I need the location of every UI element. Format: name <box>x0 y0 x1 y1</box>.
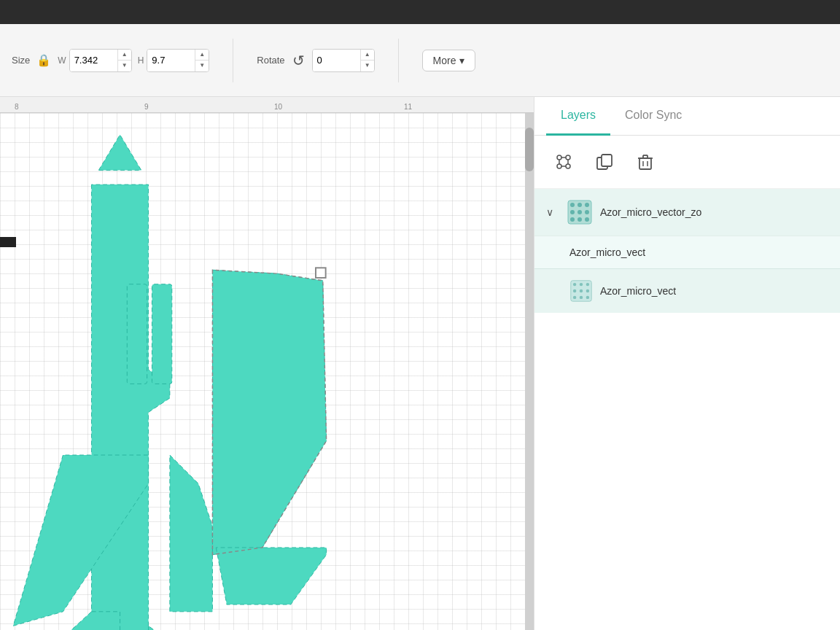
rotate-spinner: ▲ ▼ <box>360 50 374 71</box>
width-up-btn[interactable]: ▲ <box>118 50 131 61</box>
layer-chevron-icon: ∨ <box>546 206 559 218</box>
delete-icon <box>635 152 656 172</box>
group-icon <box>553 152 574 172</box>
right-panel: Layers Color Sync <box>534 97 840 630</box>
scrollbar-thumb[interactable] <box>525 128 534 171</box>
ruler-mark-10: 10 <box>274 103 404 111</box>
ruler-marks: 8 9 10 11 <box>0 103 534 111</box>
svg-point-27 <box>578 217 582 222</box>
svg-point-28 <box>585 217 589 222</box>
ruler-mark-11: 11 <box>404 103 534 111</box>
duplicate-btn[interactable] <box>590 147 619 176</box>
size-group: Size 🔒 W ▲ ▼ H ▲ ▼ <box>12 49 209 72</box>
layer-child1-name: Azor_micro_vect <box>569 246 645 258</box>
selection-handle <box>316 268 326 278</box>
svg-point-32 <box>586 283 589 286</box>
height-input-wrap: ▲ ▼ <box>147 49 209 72</box>
svg-point-35 <box>586 289 589 292</box>
layer-item-child2[interactable]: Azor_micro_vect <box>534 268 840 313</box>
svg-point-36 <box>573 296 576 299</box>
panel-toolbar <box>534 136 840 189</box>
svg-point-33 <box>573 289 576 292</box>
divider-2 <box>398 39 399 82</box>
group-btn[interactable] <box>549 147 578 176</box>
svg-rect-12 <box>639 158 651 169</box>
height-input[interactable] <box>147 50 195 71</box>
svg-point-38 <box>586 296 589 299</box>
width-down-btn[interactable]: ▼ <box>118 61 131 71</box>
svg-point-24 <box>578 210 582 214</box>
svg-point-20 <box>570 203 575 207</box>
width-input-wrap: ▲ ▼ <box>69 49 132 72</box>
height-down-btn[interactable]: ▼ <box>195 61 209 71</box>
ruler-mark-8: 8 <box>15 103 144 111</box>
svg-point-25 <box>585 210 589 214</box>
canvas-area[interactable]: 8 9 10 11 <box>0 97 534 630</box>
layer-parent-icon <box>567 199 593 225</box>
height-up-btn[interactable]: ▲ <box>195 50 209 61</box>
more-chevron-icon: ▾ <box>459 55 464 66</box>
layer-child2-name: Azor_micro_vect <box>600 285 676 297</box>
tab-colorsync[interactable]: Color Sync <box>610 97 696 136</box>
rotate-input[interactable] <box>313 50 360 71</box>
height-group: H ▲ ▼ <box>138 49 210 72</box>
width-spinner: ▲ ▼ <box>117 50 131 71</box>
height-label: H <box>138 55 144 66</box>
more-label: More <box>433 55 456 66</box>
rotate-label: Rotate <box>257 55 284 66</box>
layer-child2-icon <box>569 279 593 303</box>
svg-point-34 <box>580 289 583 292</box>
tab-layers[interactable]: Layers <box>546 97 610 136</box>
svg-point-31 <box>580 283 583 286</box>
svg-point-5 <box>566 164 570 168</box>
top-bar <box>0 0 840 24</box>
svg-point-26 <box>570 217 575 222</box>
airplane-drawing <box>0 128 510 630</box>
duplicate-icon <box>594 152 615 172</box>
width-label: W <box>58 55 66 66</box>
canvas-content <box>0 113 534 630</box>
panel-tabs: Layers Color Sync <box>534 97 840 136</box>
ruler-mark-9: 9 <box>144 103 274 111</box>
height-spinner: ▲ ▼ <box>195 50 209 71</box>
svg-point-2 <box>557 155 561 160</box>
svg-point-4 <box>557 164 561 168</box>
layers-list: ∨ Azor_micro_vector_zo <box>534 189 840 630</box>
svg-point-3 <box>566 155 570 160</box>
more-button[interactable]: More ▾ <box>422 50 475 71</box>
rotate-input-wrap: ▲ ▼ <box>312 49 375 72</box>
svg-rect-1 <box>152 284 171 384</box>
svg-point-22 <box>585 203 589 207</box>
ruler-top: 8 9 10 11 <box>0 97 534 113</box>
lock-icon[interactable]: 🔒 <box>36 52 52 69</box>
delete-btn[interactable] <box>631 147 660 176</box>
width-input[interactable] <box>70 50 117 71</box>
svg-rect-11 <box>602 155 612 166</box>
layer-item-parent[interactable]: ∨ Azor_micro_vector_zo <box>534 189 840 236</box>
rotate-group: Rotate ↺ ▲ ▼ <box>257 49 374 72</box>
rotate-up-btn[interactable]: ▲ <box>361 50 374 61</box>
svg-point-30 <box>573 283 576 286</box>
layer-item-child1[interactable]: Azor_micro_vect <box>534 236 840 268</box>
size-label: Size <box>12 55 30 66</box>
svg-point-21 <box>578 203 582 207</box>
toolbar: Size 🔒 W ▲ ▼ H ▲ ▼ Rota <box>0 24 840 97</box>
svg-point-37 <box>580 296 583 299</box>
svg-point-23 <box>570 210 575 214</box>
svg-rect-0 <box>127 284 147 384</box>
rotate-down-btn[interactable]: ▼ <box>361 61 374 71</box>
layer-parent-name: Azor_micro_vector_zo <box>600 206 701 218</box>
width-group: W ▲ ▼ <box>58 49 131 72</box>
rotate-icon: ↺ <box>292 52 305 69</box>
divider-1 <box>233 39 233 82</box>
element-marker <box>0 237 16 247</box>
main-content: 8 9 10 11 <box>0 97 840 630</box>
scrollbar-right[interactable] <box>525 113 534 630</box>
